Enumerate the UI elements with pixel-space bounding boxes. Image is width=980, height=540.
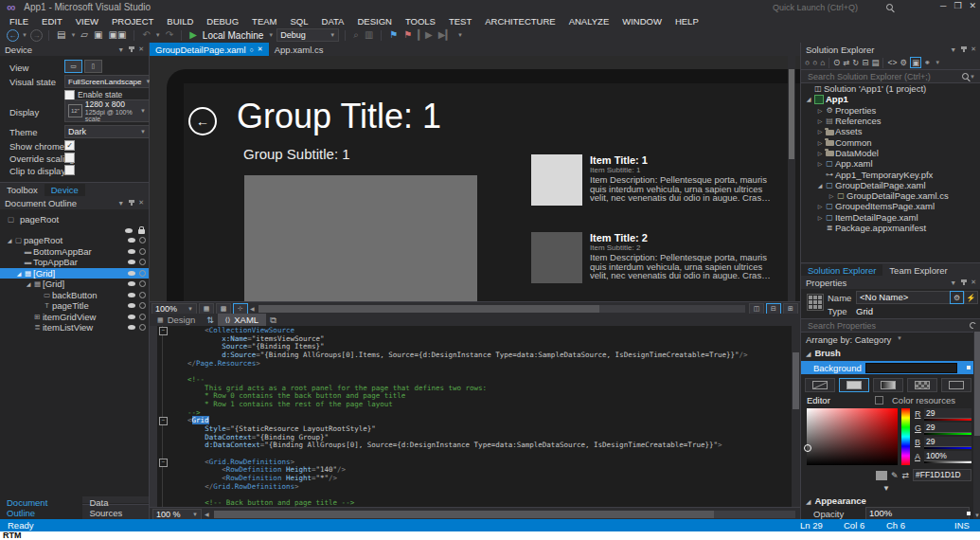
lock-ring-icon[interactable] <box>139 237 146 243</box>
theme-dropdown[interactable]: Dark▼ <box>64 125 150 138</box>
expander-icon[interactable]: ▷ <box>816 128 824 135</box>
show-all-files-icon[interactable]: ▤ <box>871 58 879 67</box>
open-file-icon[interactable]: ▱ <box>79 28 90 42</box>
collapse-region-icon[interactable]: − <box>159 417 168 425</box>
preview-selected-items-icon[interactable]: ▣ <box>910 57 921 68</box>
restore-button[interactable]: ❒ <box>953 1 961 10</box>
visibility-eye-icon[interactable] <box>128 303 135 308</box>
collapse-region-icon[interactable]: − <box>159 327 168 335</box>
new-bookmark-icon[interactable]: ⚑ <box>387 28 400 42</box>
close-panel-icon[interactable]: ✕ <box>138 199 144 207</box>
outline-item-backbutton[interactable]: ▭backButton <box>0 290 149 301</box>
split-vertical-icon[interactable]: ◫ <box>749 303 764 315</box>
opacity-value[interactable]: 100% <box>865 507 970 520</box>
menu-window[interactable]: WINDOW <box>615 16 668 27</box>
pin-icon[interactable] <box>131 46 133 52</box>
lock-ring-icon[interactable] <box>139 259 146 265</box>
item-thumbnail[interactable] <box>531 232 582 283</box>
expander-icon[interactable]: ◢ <box>25 280 32 287</box>
list-item[interactable]: Item Title: 2Item Subtitle: 2Item Descri… <box>531 232 800 283</box>
code-line[interactable] <box>170 368 791 376</box>
breakpoint-flag-icon[interactable]: ⚑ <box>401 28 414 42</box>
tab-color-resources[interactable]: Color resources <box>892 395 955 405</box>
collapse-region-icon[interactable]: − <box>159 459 168 467</box>
menu-design[interactable]: DESIGN <box>350 16 398 27</box>
hue-slider[interactable] <box>901 408 910 465</box>
property-marker-icon[interactable] <box>967 512 971 515</box>
outline-item-grid[interactable]: ◢▦[Grid] <box>0 279 149 290</box>
menu-sql[interactable]: SQL <box>284 16 315 27</box>
snap-grid-icon[interactable]: ▩ <box>216 303 231 315</box>
code-line[interactable]: </Grid.RowDefinitions> <box>170 483 791 492</box>
hscroll-left-arrow-icon[interactable]: ◀ <box>205 511 209 517</box>
solution-item-app-xaml[interactable]: ▷App.xaml <box>801 158 980 169</box>
channel-value-input[interactable]: 29 <box>924 423 971 433</box>
outline-item-grid[interactable]: ◢▦[Grid] <box>0 268 149 279</box>
group-subtitle[interactable]: Group Subtitle: 1 <box>243 146 350 162</box>
tab-toolbox[interactable]: Toolbox <box>0 184 45 197</box>
lock-ring-icon[interactable] <box>139 324 146 331</box>
initial-color-swatch[interactable] <box>876 471 887 480</box>
gradient-brush-button[interactable] <box>873 378 903 392</box>
menu-project[interactable]: PROJECT <box>105 16 160 27</box>
lock-ring-icon[interactable] <box>139 302 146 309</box>
display-dropdown[interactable]: 12" 1280 x 800 125dpi @ 100% scale ▼ <box>64 99 150 122</box>
window-position-caret-icon[interactable]: ▼ <box>950 46 956 53</box>
expander-icon[interactable]: ▷ <box>816 139 824 146</box>
visibility-eye-icon[interactable] <box>128 325 135 330</box>
tab-app-xaml-cs[interactable]: App.xaml.cs <box>269 43 330 56</box>
solution-item-references[interactable]: ▷References <box>801 116 980 126</box>
menu-analyze[interactable]: ANALYZE <box>562 16 616 27</box>
clip-to-display-checkbox[interactable] <box>64 165 75 175</box>
solution-item-common[interactable]: ▷Common <box>801 137 980 148</box>
channel-value-input[interactable]: 29 <box>924 437 971 447</box>
solution-item-properties[interactable]: ▷Properties <box>801 105 980 116</box>
visibility-eye-icon[interactable] <box>128 315 135 319</box>
expander-icon[interactable]: ▷ <box>816 150 824 156</box>
hscroll-left-arrow-icon[interactable]: ◀ <box>250 305 255 312</box>
new-project-icon[interactable]: ▤ <box>55 28 67 42</box>
code-line[interactable]: * Row 1 contains the rest of the page la… <box>170 401 791 409</box>
menu-tools[interactable]: TOOLS <box>399 16 442 27</box>
group-title[interactable]: Group Title: 1 <box>237 97 441 136</box>
tab-data-sources[interactable]: Data Sources <box>82 496 149 520</box>
find-in-files-icon[interactable]: ⌕ <box>351 28 361 42</box>
run-target-caret-icon[interactable]: ▼ <box>267 32 275 38</box>
solution-item-groupeditemspage-xaml[interactable]: ▷GroupedItemsPage.xaml <box>801 201 980 211</box>
outline-item-itemgridview[interactable]: ⊞itemGridView <box>0 312 149 323</box>
background-property-row[interactable]: Background <box>801 361 973 374</box>
breakpoint-margin[interactable] <box>150 326 157 507</box>
background-swatch[interactable] <box>865 363 957 373</box>
close-button[interactable]: ✕ <box>969 1 976 10</box>
menu-architecture[interactable]: ARCHITECTURE <box>478 16 561 27</box>
property-marker-icon[interactable] <box>967 366 971 369</box>
swap-color-icon[interactable]: ⇄ <box>901 471 909 480</box>
menu-edit[interactable]: EDIT <box>35 16 69 27</box>
solution-item-app1-temporarykey-pfx[interactable]: App1_TemporaryKey.pfx <box>801 169 980 179</box>
eyedropper-icon[interactable]: ✎ <box>891 471 899 480</box>
snap-lines-icon[interactable]: ⊹ <box>233 303 248 315</box>
code-vscrollbar[interactable] <box>792 326 800 507</box>
swap-panes-icon[interactable]: ⇅ <box>203 315 218 325</box>
view-portrait-button[interactable]: ▯ <box>84 60 102 73</box>
link-icon[interactable]: ⚭ <box>924 58 931 67</box>
outline-item-pageroot[interactable]: ◢▢pageRoot <box>0 235 149 246</box>
expander-icon[interactable]: ▷ <box>816 203 824 209</box>
collapse-editor-chevron-icon[interactable]: ▼ <box>801 484 971 493</box>
tab-xaml[interactable]: ⟨⟩ XAML <box>218 314 266 326</box>
channel-value-input[interactable]: 29 <box>924 408 971 419</box>
sync-with-active-document-icon[interactable]: ⇄ <box>843 58 849 67</box>
tab-editor[interactable]: Editor <box>807 395 830 405</box>
visibility-eye-icon[interactable] <box>128 281 135 286</box>
outline-item-pagetitle[interactable]: TpageTitle <box>0 300 149 312</box>
solution-item-app1[interactable]: ◢App1 <box>801 94 980 104</box>
expander-icon[interactable]: ◢ <box>805 96 812 102</box>
code-zoom-dropdown[interactable]: 100 %▼ <box>152 509 202 520</box>
menu-test[interactable]: TEST <box>442 16 478 27</box>
tab-document-outline[interactable]: Document Outline <box>0 496 82 520</box>
window-position-caret-icon[interactable]: ▼ <box>117 46 124 53</box>
pin-icon[interactable] <box>963 46 965 52</box>
navigate-to-icon[interactable]: ▥ <box>363 28 375 42</box>
save-all-icon[interactable]: ▣▣ <box>107 28 129 42</box>
expander-icon[interactable]: ▷ <box>816 107 824 114</box>
